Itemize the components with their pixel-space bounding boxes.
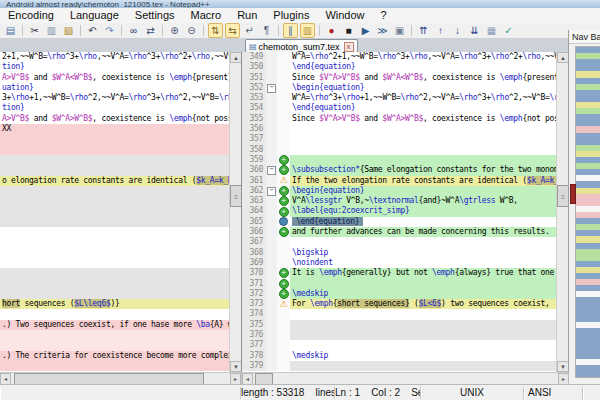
left-code-line[interactable] [0,217,229,227]
record-macro-icon[interactable]: ● [324,23,339,38]
code-line-372[interactable]: 372+\medskip [242,289,557,299]
code-line-359[interactable]: 359+ [242,155,557,165]
left-code-line[interactable]: hort sequences ($L\leq6$)} [0,299,229,309]
paste-icon[interactable]: ▧ [61,23,76,38]
left-code-line[interactable] [0,248,229,258]
code-line-357[interactable]: 357 [242,134,557,144]
fold-margin[interactable] [266,217,277,227]
fold-margin[interactable]: − [266,165,277,175]
left-code-line[interactable] [0,145,229,155]
fold-margin[interactable] [266,206,277,216]
sync-vertical-scroll-icon[interactable]: ⇅ [208,23,223,38]
tab-close-icon[interactable]: x [344,42,354,52]
code-line-363[interactable]: 363+V^A\lessgtr V^B,~\textnormal{and}~W^… [242,196,557,206]
code-line-358[interactable]: 358 [242,145,557,155]
code-line-375[interactable]: 375 [242,320,557,330]
code-line-378[interactable]: 378\medskip [242,351,557,361]
fold-margin[interactable] [266,145,277,155]
code-line-370[interactable]: 370+It is \emph{generally} but not \emph… [242,268,557,278]
fold-margin[interactable] [266,196,277,206]
fold-margin[interactable] [266,351,277,361]
fold-margin[interactable] [266,62,277,72]
fold-collapse-icon[interactable]: − [267,84,276,93]
code-line-374[interactable]: 374 [242,309,557,319]
fold-margin[interactable] [266,73,277,83]
fold-margin[interactable] [266,248,277,258]
stop-macro-icon[interactable]: ■ [341,23,356,38]
tab-chemoton-sum7[interactable]: ▤ chemoton_sum7.tex x [245,39,358,53]
code-line-367[interactable]: 367 [242,237,557,247]
left-code-line[interactable] [0,330,229,340]
left-code-line[interactable] [0,309,229,319]
code-line-373[interactable]: 373⚠For \emph{short sequences} ($L<6$) t… [242,299,557,309]
view-switch-icon[interactable]: ▥ [300,23,315,38]
menu-language[interactable]: Language [62,8,127,23]
fold-margin[interactable] [266,103,277,113]
code-line-350[interactable]: 350\end{equation} [242,62,557,72]
fold-margin[interactable] [266,52,277,62]
code-line-354[interactable]: 354\end{equation} [242,103,557,113]
left-code-line[interactable] [0,340,229,350]
replace-icon[interactable]: ⇄ [143,23,158,38]
code-line-356[interactable]: 356 [242,124,557,134]
menu-run[interactable]: Run [229,8,265,23]
left-code-line[interactable] [0,186,229,196]
left-code-line[interactable]: o elongation rate constants are identica… [0,176,229,186]
left-code-line[interactable]: tion} [0,103,229,113]
prev-diff-icon[interactable]: ↑ [433,23,448,38]
fold-margin[interactable] [266,155,277,165]
left-code-line[interactable] [0,361,229,371]
last-diff-icon[interactable]: ⇊ [467,23,482,38]
left-code-line[interactable] [0,268,229,278]
print-icon[interactable]: ▤ [3,23,18,38]
nav-bar-strip[interactable] [575,46,600,378]
undo-icon[interactable]: ↶ [85,23,100,38]
left-code-line[interactable]: .) Two sequences coexist, if one hase mo… [0,320,229,330]
menu-help[interactable]: ? [373,8,395,23]
compare-icon[interactable]: ▦ [484,23,499,38]
menu-encoding[interactable]: Encoding [0,8,62,23]
fold-collapse-icon[interactable]: − [267,166,276,175]
left-code-line[interactable]: A>V^B$ and $W^A<W^B$, coexistence is \em… [0,73,229,83]
left-code-line[interactable] [0,196,229,206]
copy-icon[interactable]: ▥ [44,23,59,38]
fold-margin[interactable] [266,268,277,278]
left-code-line[interactable]: 2+1,~~W^B=\rho^3+\rho,~~V^A=\rho^3+\rho^… [0,52,229,62]
code-line-349[interactable]: 349W^A=\rho^2+1,~~W^B=\rho^3+\rho,~~V^A=… [242,52,557,62]
fold-margin[interactable] [266,124,277,134]
fold-margin[interactable] [266,320,277,330]
left-code-line[interactable]: A>V^B$ and $W^A>W^B$, coexistence is \em… [0,114,229,124]
show-all-chars-icon[interactable]: ¶ [259,23,274,38]
fold-margin[interactable] [266,299,277,309]
left-editor-pane[interactable]: 2+1,~~W^B=\rho^3+\rho,~~V^A=\rho^3+\rho^… [0,52,229,372]
code-line-353[interactable]: 353W^A=\rho^3+\rho+1,~~W^B=\rho^2,~~V^A=… [242,93,557,103]
menu-plugins[interactable]: Plugins [265,8,317,23]
fold-margin[interactable] [266,289,277,299]
fold-margin[interactable] [266,309,277,319]
sync-horizontal-scroll-icon[interactable]: ⇆ [225,23,240,38]
code-line-369[interactable]: 369\noindent [242,258,557,268]
indent-guide-icon[interactable]: ∥ [283,23,298,38]
fold-margin[interactable] [266,227,277,237]
fold-collapse-icon[interactable]: − [267,187,276,196]
left-code-line[interactable] [0,258,229,268]
left-code-line[interactable] [0,155,229,165]
left-code-line[interactable] [0,206,229,216]
code-line-366[interactable]: 366+and further advances can be made con… [242,227,557,237]
code-line-371[interactable]: 371+ [242,279,557,289]
code-line-352[interactable]: 352−\begin{equation} [242,83,557,93]
next-diff-icon[interactable]: ↓ [450,23,465,38]
fold-margin[interactable] [266,330,277,340]
left-code-line[interactable] [0,279,229,289]
left-code-line[interactable]: uation} [0,83,229,93]
fold-margin[interactable]: − [266,83,277,93]
code-line-376[interactable]: 376 [242,330,557,340]
code-line-377[interactable]: 377 [242,340,557,350]
fold-margin[interactable]: − [266,186,277,196]
left-code-line[interactable]: XX [0,124,229,134]
fold-margin[interactable] [266,279,277,289]
fold-margin[interactable] [266,176,277,186]
play-macro-multi-icon[interactable]: ≫ [375,23,390,38]
code-line-362[interactable]: 362−+\begin{equation} [242,186,557,196]
save-macro-icon[interactable]: ▣ [392,23,407,38]
